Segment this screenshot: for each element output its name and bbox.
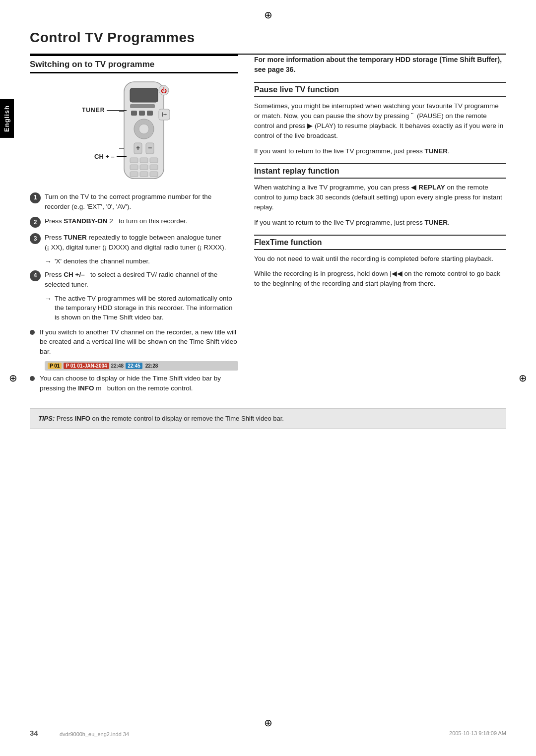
svg-rect-20 (140, 165, 148, 170)
svg-rect-21 (150, 165, 158, 170)
right-column: For more information about the temporary… (254, 55, 506, 398)
step-1: 1 Turn on the TV to the correct programm… (30, 192, 238, 211)
svg-rect-18 (150, 158, 158, 163)
svg-point-11 (139, 124, 149, 134)
svg-rect-19 (130, 165, 138, 170)
pause-para-2: If you want to return to the live TV pro… (254, 146, 506, 156)
left-column: Switching on to TV programme TUNER CH + … (30, 55, 238, 398)
svg-rect-24 (150, 172, 158, 177)
instant-replay-para-1: When watching a live TV programme, you c… (254, 183, 506, 213)
page-title: Control TV Programmes (30, 30, 506, 46)
tips-text: Press INFO on the remote control to disp… (57, 415, 284, 422)
step-2: 2 Press STANDBY-ON 2 to turn on this rec… (30, 216, 238, 228)
pause-para-1: Sometimes, you might be interrupted when… (254, 101, 506, 141)
svg-text:+: + (136, 144, 140, 152)
flextime-heading: FlexTime function (254, 235, 506, 250)
steps-list: 1 Turn on the TV to the correct programm… (30, 192, 238, 252)
svg-text:−: − (148, 144, 152, 152)
step-3: 3 Press TUNER repeatedly to toggle betwe… (30, 233, 238, 252)
flextime-para-1: You do not need to wait until the record… (254, 254, 506, 264)
svg-rect-9 (147, 111, 153, 116)
step-3-arrow: → 'X' denotes the channel number. (45, 257, 238, 267)
footer-right: 2005-10-13 9:18:09 AM (449, 730, 506, 736)
step-4: 4 Press CH +/– to select a desired TV/ r… (30, 270, 238, 289)
svg-rect-17 (140, 158, 148, 163)
tuner-label: TUNER (82, 107, 105, 114)
step-num-2: 2 (30, 217, 41, 228)
svg-rect-1 (130, 88, 158, 102)
page-number: 34 (30, 729, 38, 737)
svg-rect-16 (130, 158, 138, 163)
svg-rect-23 (140, 172, 148, 177)
svg-rect-22 (130, 172, 138, 177)
remote-svg: ⏻ i+ + (109, 79, 179, 184)
right-intro: For more information about the temporary… (254, 55, 506, 75)
step-4-arrow: → The active TV programmes will be store… (45, 294, 238, 322)
svg-text:⏻: ⏻ (161, 87, 167, 94)
step-num-4: 4 (30, 270, 41, 281)
step-num-3: 3 (30, 233, 41, 244)
video-bar: P 01 P 01 01-JAN-2004 22:48 22:45 22:28 (45, 361, 238, 371)
svg-rect-7 (131, 111, 137, 116)
footer-left: dvdr9000h_eu_eng2.indd 34 (60, 731, 129, 737)
flextime-para-2: While the recording is in progress, hold… (254, 269, 506, 289)
svg-rect-8 (139, 111, 145, 116)
steps-list-4: 4 Press CH +/– to select a desired TV/ r… (30, 270, 238, 289)
tips-box: TIPS: Press INFO on the remote control t… (30, 408, 506, 429)
ch-label: CH + – (94, 153, 115, 160)
pause-section-heading: Pause live TV function (254, 82, 506, 97)
step-num-1: 1 (30, 192, 41, 203)
tips-label: TIPS: (38, 415, 55, 422)
bullet-2: You can choose to display or hide the Ti… (30, 374, 238, 393)
remote-illustration: TUNER CH + – (40, 79, 238, 185)
bullet-1: If you switch to another TV channel on t… (30, 327, 238, 357)
instant-replay-para-2: If you want to return to the live TV pro… (254, 218, 506, 228)
svg-rect-6 (130, 104, 155, 108)
page-footer: 34 dvdr9000h_eu_eng2.indd 34 2005-10-13 … (30, 729, 506, 737)
left-section-heading: Switching on to TV programme (30, 55, 238, 73)
instant-replay-heading: Instant replay function (254, 163, 506, 179)
svg-text:i+: i+ (162, 111, 167, 118)
